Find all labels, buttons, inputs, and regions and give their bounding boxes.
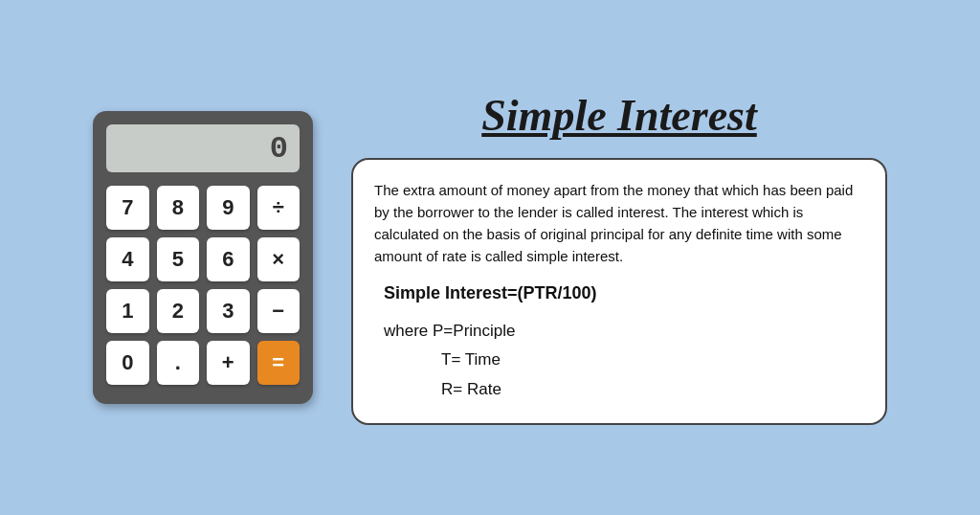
variables-section: where P=Principle T= Time R= Rate <box>374 317 864 405</box>
info-box: The extra amount of money apart from the… <box>351 158 887 426</box>
calc-btn-3[interactable]: 3 <box>207 289 250 333</box>
formula-text: Simple Interest=(PTR/100) <box>374 283 864 303</box>
calc-btn-add[interactable]: + <box>207 341 250 385</box>
calc-btn-4[interactable]: 4 <box>106 237 149 281</box>
calc-btn-decimal[interactable]: . <box>157 341 200 385</box>
calc-btn-divide[interactable]: ÷ <box>257 186 301 230</box>
t-label: T= Time <box>384 350 501 369</box>
calculator: 0 7 8 9 ÷ 4 5 6 × 1 2 3 − 0 . + = <box>93 111 313 404</box>
calc-display: 0 <box>106 124 300 172</box>
right-panel: Simple Interest The extra amount of mone… <box>351 90 887 426</box>
calc-btn-9[interactable]: 9 <box>207 186 250 230</box>
page-title: Simple Interest <box>481 90 757 141</box>
r-label: R= Rate <box>384 380 501 398</box>
calc-btn-7[interactable]: 7 <box>106 186 149 230</box>
where-label: where P=Principle <box>384 322 516 340</box>
description-text: The extra amount of money apart from the… <box>374 179 864 268</box>
calc-btn-8[interactable]: 8 <box>157 186 200 230</box>
calc-btn-equals[interactable]: = <box>257 341 301 385</box>
main-container: 0 7 8 9 ÷ 4 5 6 × 1 2 3 − 0 . + = Simple… <box>0 0 980 515</box>
calc-display-value: 0 <box>270 131 288 167</box>
calc-btn-1[interactable]: 1 <box>106 289 149 333</box>
calc-btn-6[interactable]: 6 <box>207 237 250 281</box>
calc-btn-2[interactable]: 2 <box>157 289 200 333</box>
calc-buttons: 7 8 9 ÷ 4 5 6 × 1 2 3 − 0 . + = <box>106 186 300 385</box>
calc-btn-0[interactable]: 0 <box>106 341 149 385</box>
calc-btn-multiply[interactable]: × <box>257 237 301 281</box>
calc-btn-5[interactable]: 5 <box>157 237 200 281</box>
calc-btn-subtract[interactable]: − <box>257 289 301 333</box>
